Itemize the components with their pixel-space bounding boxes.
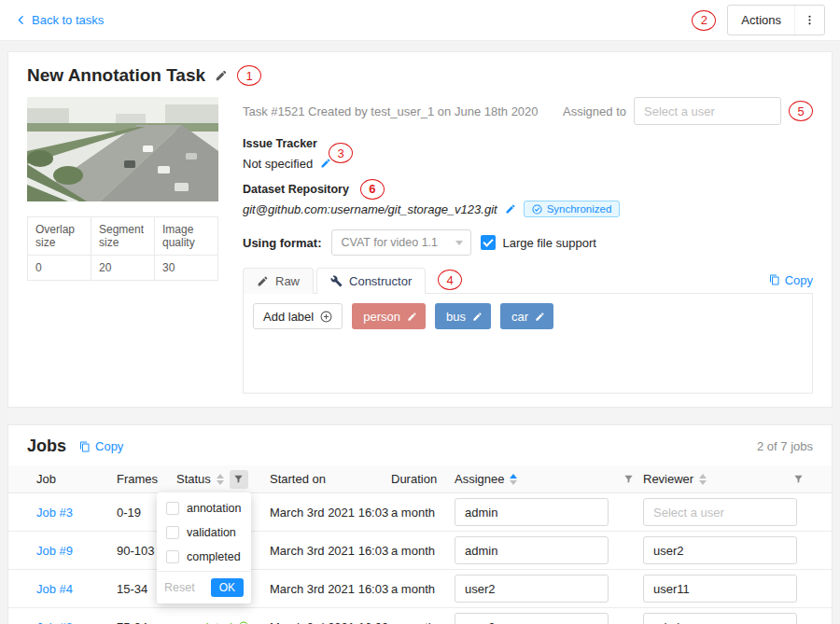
- job-row: Job #4 15-34 March 3rd 2021 16:03 a mont…: [8, 570, 832, 608]
- job-link[interactable]: Job #4: [36, 582, 117, 596]
- sort-reviewer-icon[interactable]: [699, 474, 707, 485]
- large-file-support-checkbox-row[interactable]: Large file support: [481, 235, 596, 250]
- chevron-left-icon: [15, 14, 27, 26]
- more-options-icon[interactable]: [794, 6, 824, 35]
- labels-tabs-block: Raw Constructor 4 Copy: [243, 267, 813, 394]
- checkbox-unchecked-icon[interactable]: [166, 526, 179, 539]
- status-filter-icon[interactable]: [230, 470, 248, 489]
- tab-constructor-label: Constructor: [349, 274, 412, 288]
- task-meta-text: Task #1521 Created by test_user_1 on Jun…: [243, 104, 539, 118]
- filter-option-completed-label: completed: [187, 550, 241, 563]
- reviewer-filter-icon[interactable]: [789, 470, 807, 489]
- param-segment-size-header: Segment size: [91, 217, 155, 256]
- label-car-name: car: [511, 310, 528, 324]
- dataset-repository-label-row: Dataset Repository 6: [243, 182, 813, 196]
- assignee-input[interactable]: [455, 498, 609, 526]
- filter-option-annotation[interactable]: annotation: [157, 496, 251, 520]
- column-assignee-label: Assignee: [455, 472, 504, 486]
- checkbox-unchecked-icon[interactable]: [166, 502, 179, 515]
- column-started-on: Started on: [270, 472, 391, 486]
- callout-5: 5: [789, 101, 813, 121]
- copy-jobs-link[interactable]: Copy: [79, 439, 123, 453]
- sort-status-icon[interactable]: [217, 474, 224, 485]
- column-job: Job: [36, 472, 117, 486]
- column-frames-label: Frames: [117, 472, 158, 486]
- job-started-on: March 3rd 2021 16:03: [270, 544, 391, 558]
- jobs-header: Jobs Copy 2 of 7 jobs: [8, 435, 832, 465]
- reviewer-input[interactable]: [643, 498, 797, 526]
- column-status[interactable]: Status: [176, 470, 270, 489]
- edit-repository-pencil-icon[interactable]: [505, 203, 516, 215]
- callout-4: 4: [438, 270, 462, 290]
- job-link[interactable]: Job #3: [36, 506, 117, 520]
- checkbox-checked-icon[interactable]: [481, 235, 496, 250]
- column-reviewer[interactable]: Reviewer: [643, 470, 813, 489]
- reviewer-input[interactable]: [643, 536, 797, 564]
- using-format-label: Using format:: [243, 236, 322, 250]
- assigned-to-label: Assigned to: [563, 104, 626, 118]
- synchronized-badge-label: Synchronized: [547, 203, 612, 215]
- reviewer-input[interactable]: [643, 575, 797, 603]
- actions-label: Actions: [728, 13, 794, 27]
- param-segment-size-value: 20: [91, 256, 155, 281]
- copy-labels-label: Copy: [785, 273, 813, 287]
- assignee-filter-icon[interactable]: [619, 470, 637, 489]
- params-header-row: Overlap size Segment size Image quality: [28, 217, 218, 256]
- assignee-input[interactable]: [455, 613, 609, 624]
- column-frames: Frames: [117, 472, 176, 486]
- label-tag-car[interactable]: car: [500, 303, 553, 329]
- back-to-tasks-link[interactable]: Back to tasks: [15, 13, 104, 27]
- column-duration-label: Duration: [391, 472, 437, 486]
- copy-labels-link[interactable]: Copy: [769, 273, 813, 287]
- callout-1: 1: [237, 65, 261, 86]
- job-started-on: March 3rd 2021 16:03: [270, 506, 391, 520]
- sort-assignee-icon[interactable]: [510, 474, 517, 485]
- checkbox-unchecked-icon[interactable]: [166, 550, 179, 563]
- large-file-support-label: Large file support: [503, 236, 596, 250]
- tab-raw[interactable]: Raw: [243, 268, 314, 294]
- topbar: Back to tasks 2 Actions: [0, 0, 840, 41]
- callout-3: 3: [329, 143, 353, 163]
- job-started-on: March 3rd 2021 16:03: [270, 620, 391, 624]
- column-assignee[interactable]: Assignee: [455, 470, 643, 489]
- filter-reset-button[interactable]: Reset: [164, 581, 195, 594]
- filter-footer: Reset OK: [157, 571, 251, 603]
- page-title: New Annotation Task: [27, 65, 205, 86]
- assigned-to-group: Assigned to 5: [563, 97, 813, 125]
- label-person-name: person: [363, 310, 400, 324]
- format-select[interactable]: CVAT for video 1.1: [331, 229, 471, 256]
- filter-option-annotation-label: annotation: [187, 502, 241, 515]
- filter-option-completed[interactable]: completed: [157, 545, 251, 569]
- label-tag-person[interactable]: person: [352, 303, 426, 329]
- add-label-button[interactable]: Add label: [253, 303, 343, 329]
- job-link[interactable]: Job #9: [36, 544, 117, 558]
- job-row: Job #9 90-103 March 3rd 2021 16:03 a mon…: [8, 532, 832, 570]
- label-tag-bus[interactable]: bus: [435, 303, 491, 329]
- actions-button[interactable]: Actions: [727, 5, 825, 35]
- params-value-row: 0 20 30: [28, 256, 218, 281]
- pencil-icon: [257, 275, 269, 287]
- wrench-icon: [330, 275, 343, 287]
- edit-title-pencil-icon[interactable]: [215, 69, 228, 82]
- dataset-repository-section: Dataset Repository 6 git@github.com:user…: [243, 182, 813, 218]
- status-filter-dropdown: annotation validation completed Reset OK: [157, 492, 251, 603]
- param-image-quality-header: Image quality: [155, 217, 218, 256]
- task-assignee-input[interactable]: [634, 97, 781, 125]
- edit-issue-tracker-pencil-icon[interactable]: [320, 158, 331, 169]
- copy-icon: [769, 274, 780, 285]
- synchronized-badge: Synchronized: [524, 201, 621, 217]
- job-link[interactable]: Job #8: [36, 620, 117, 624]
- filter-ok-button[interactable]: OK: [211, 578, 244, 597]
- job-started-on: March 3rd 2021 16:03: [270, 582, 391, 596]
- column-reviewer-label: Reviewer: [643, 472, 693, 486]
- reviewer-input[interactable]: [643, 613, 797, 624]
- job-duration: a month: [391, 620, 455, 624]
- job-duration: a month: [391, 544, 455, 558]
- filter-option-validation[interactable]: validation: [157, 520, 251, 545]
- assignee-input[interactable]: [455, 536, 609, 564]
- param-overlap-size-value: 0: [28, 256, 91, 281]
- task-meta-row: Task #1521 Created by test_user_1 on Jun…: [243, 97, 813, 125]
- label-bus-name: bus: [446, 310, 466, 324]
- tab-constructor[interactable]: Constructor: [316, 268, 426, 294]
- assignee-input[interactable]: [455, 575, 609, 603]
